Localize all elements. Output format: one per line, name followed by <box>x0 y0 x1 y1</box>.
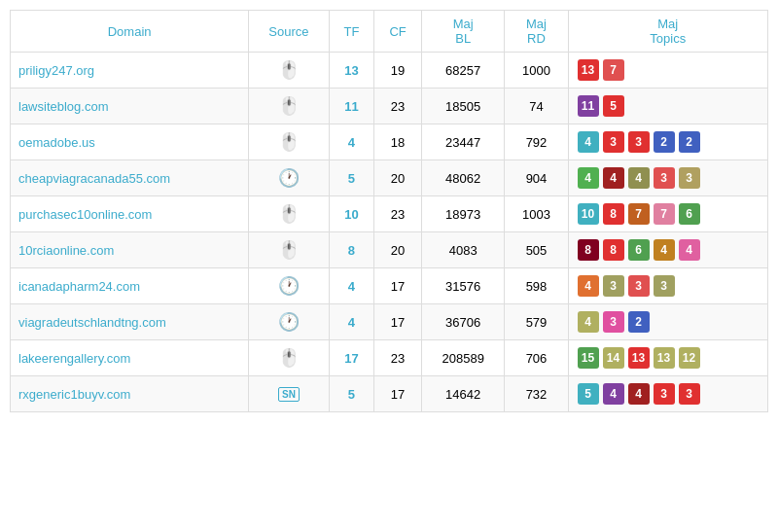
topic-badge: 4 <box>603 383 624 405</box>
cf-cell: 23 <box>374 89 422 124</box>
cf-cell: 23 <box>374 196 422 232</box>
topics-cell: 1514131312 <box>568 340 767 376</box>
domain-cell: oemadobe.us <box>11 124 249 160</box>
topic-badge: 8 <box>603 239 624 261</box>
cf-cell: 20 <box>374 160 422 196</box>
maj-bl-cell: 48062 <box>421 160 505 196</box>
source-cell: 🖱️ <box>249 124 329 160</box>
table-row: priligy247.org🖱️1319682571000137 <box>11 53 768 89</box>
tf-cell: 11 <box>329 89 374 124</box>
domain-name[interactable]: priligy247.org <box>18 63 94 78</box>
domain-cell: cheapviagracanada55.com <box>11 160 249 196</box>
source-cell: 🖱️ <box>249 53 329 89</box>
topic-badge: 4 <box>654 239 675 261</box>
cf-cell: 17 <box>374 304 422 340</box>
domain-name[interactable]: oemadobe.us <box>18 135 95 150</box>
topic-badge: 6 <box>628 239 650 261</box>
domain-name[interactable]: rxgeneric1buyv.com <box>18 387 130 402</box>
topic-badge: 8 <box>603 203 624 225</box>
topic-badge: 8 <box>578 239 599 261</box>
source-cell: 🖱️ <box>249 340 329 376</box>
maj-rd-cell: 1000 <box>505 53 568 89</box>
domain-cell: lawsiteblog.com <box>11 89 249 124</box>
maj-rd-cell: 732 <box>505 376 568 412</box>
domain-name[interactable]: purchasec10online.com <box>18 207 152 222</box>
topic-badge: 10 <box>578 203 599 225</box>
domain-name[interactable]: viagradeutschlandtng.com <box>18 315 166 330</box>
table-row: lawsiteblog.com🖱️11231850574115 <box>11 89 768 124</box>
topics-cell: 88644 <box>568 232 767 268</box>
topic-badge: 3 <box>628 275 650 297</box>
topic-badge: 7 <box>603 59 624 81</box>
domain-cell: 10rciaonline.com <box>11 232 249 268</box>
topic-badge: 4 <box>578 167 599 189</box>
topic-badge: 2 <box>628 311 650 333</box>
cf-cell: 19 <box>374 53 422 89</box>
topic-badge: 4 <box>628 167 650 189</box>
topic-badge: 7 <box>628 203 650 225</box>
topic-badge: 2 <box>679 131 700 153</box>
topic-badge: 3 <box>603 275 624 297</box>
maj-bl-cell: 208589 <box>421 340 505 376</box>
maj-bl-cell: 18973 <box>421 196 505 232</box>
maj-rd-cell: 706 <box>505 340 568 376</box>
cf-cell: 20 <box>374 232 422 268</box>
maj-rd-cell: 505 <box>505 232 568 268</box>
col-header-maj-rd: MajRD <box>505 11 568 53</box>
source-cell: 🕐 <box>249 160 329 196</box>
maj-bl-cell: 23447 <box>421 124 505 160</box>
col-header-maj-bl: MajBL <box>421 11 505 53</box>
topics-cell: 115 <box>568 89 767 124</box>
cf-cell: 17 <box>374 376 422 412</box>
topic-badge: 4 <box>578 131 599 153</box>
tf-cell: 17 <box>329 340 374 376</box>
maj-rd-cell: 74 <box>505 89 568 124</box>
table-row: cheapviagracanada55.com🕐5204806290444433 <box>11 160 768 196</box>
topics-cell: 137 <box>568 53 767 89</box>
cf-cell: 23 <box>374 340 422 376</box>
col-header-tf: TF <box>329 11 374 53</box>
domain-name[interactable]: cheapviagracanada55.com <box>18 171 170 186</box>
topic-badge: 3 <box>679 383 700 405</box>
domain-cell: viagradeutschlandtng.com <box>11 304 249 340</box>
tf-cell: 5 <box>329 376 374 412</box>
maj-rd-cell: 579 <box>505 304 568 340</box>
topic-badge: 13 <box>578 59 599 81</box>
domain-cell: rxgeneric1buyv.com <box>11 376 249 412</box>
tf-cell: 4 <box>329 268 374 304</box>
maj-rd-cell: 904 <box>505 160 568 196</box>
table-row: viagradeutschlandtng.com🕐41736706579432 <box>11 304 768 340</box>
table-row: 10rciaonline.com🖱️820408350588644 <box>11 232 768 268</box>
domain-name[interactable]: lakeerengallery.com <box>18 351 130 366</box>
topic-badge: 3 <box>679 167 700 189</box>
topic-badge: 7 <box>654 203 675 225</box>
topic-badge: 4 <box>603 167 624 189</box>
domain-name[interactable]: 10rciaonline.com <box>18 243 114 258</box>
topic-badge: 3 <box>654 383 675 405</box>
topic-badge: 14 <box>603 347 624 369</box>
main-table: Domain Source TF CF MajBL MajRD MajTopic… <box>10 10 768 412</box>
domain-cell: icanadapharm24.com <box>11 268 249 304</box>
maj-bl-cell: 36706 <box>421 304 505 340</box>
tf-cell: 10 <box>329 196 374 232</box>
tf-cell: 4 <box>329 304 374 340</box>
col-header-domain: Domain <box>11 11 249 53</box>
topics-cell: 43322 <box>568 124 767 160</box>
domain-name[interactable]: icanadapharm24.com <box>18 279 140 294</box>
maj-rd-cell: 598 <box>505 268 568 304</box>
topic-badge: 4 <box>578 275 599 297</box>
domain-name[interactable]: lawsiteblog.com <box>18 99 109 114</box>
topic-badge: 5 <box>578 383 599 405</box>
cf-cell: 17 <box>374 268 422 304</box>
maj-bl-cell: 4083 <box>421 232 505 268</box>
topic-badge: 3 <box>603 311 624 333</box>
domain-cell: priligy247.org <box>11 53 249 89</box>
tf-cell: 4 <box>329 124 374 160</box>
topic-badge: 11 <box>578 95 599 117</box>
maj-bl-cell: 14642 <box>421 376 505 412</box>
topic-badge: 6 <box>679 203 700 225</box>
topic-badge: 3 <box>628 131 650 153</box>
col-header-source: Source <box>249 11 329 53</box>
topic-badge: 2 <box>654 131 675 153</box>
topic-badge: 13 <box>628 347 650 369</box>
